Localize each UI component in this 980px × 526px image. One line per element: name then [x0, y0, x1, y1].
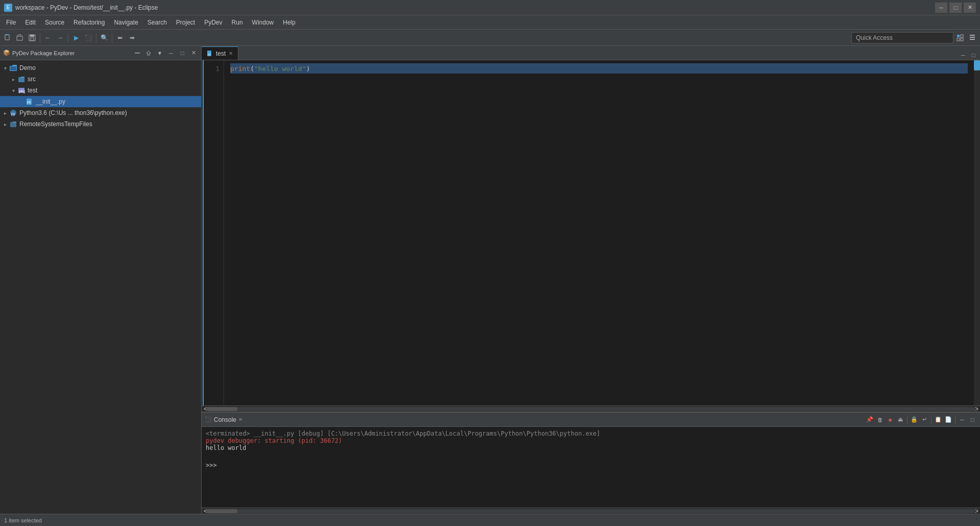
maximize-panel-button[interactable]: □ — [178, 49, 187, 58]
collapse-all-button[interactable] — [133, 49, 142, 58]
toolbar-prev[interactable]: ⬅ — [114, 32, 126, 43]
minimize-panel-button[interactable]: ─ — [166, 49, 176, 58]
scroll-thumb[interactable] — [207, 407, 237, 411]
tree-view: ▾ Demo ▸ src ▾ pkg test — [0, 60, 201, 514]
toolbar-sep-2 — [68, 33, 68, 42]
maximize-button[interactable]: □ — [949, 3, 962, 13]
console-copy-button[interactable]: 📋 — [934, 415, 943, 424]
link-with-editor-button[interactable] — [144, 49, 153, 58]
console-output-line: hello world — [206, 444, 976, 451]
tree-item-init[interactable]: py __init__.py — [0, 96, 201, 107]
arrow-demo: ▾ — [2, 65, 8, 71]
menu-refactoring[interactable]: Refactoring — [69, 17, 109, 28]
console-clear-button[interactable]: 🗑 — [875, 415, 885, 424]
label-init: __init__.py — [36, 98, 65, 105]
code-content[interactable]: print("hello world") — [224, 60, 974, 405]
editor-horizontal-scrollbar[interactable]: < > — [202, 405, 980, 412]
svg-text:pkg: pkg — [19, 89, 25, 93]
close-button[interactable]: ✕ — [964, 3, 976, 13]
console-tab[interactable]: Console ✕ — [214, 416, 242, 423]
toolbar-search[interactable]: 🔍 — [99, 32, 110, 43]
tree-item-python36[interactable]: ▸ py Python3.6 (C:\Us ... thon36\python.… — [0, 107, 201, 118]
console-minimize-button[interactable]: ─ — [958, 415, 967, 424]
svg-rect-4 — [30, 35, 34, 37]
console-content[interactable]: <terminated> __init__.py [debug] [C:\Use… — [202, 427, 980, 508]
console-disconnect-button[interactable]: ⏏ — [896, 415, 905, 424]
console-word-wrap-button[interactable]: ↵ — [920, 415, 929, 424]
console-toolbar: 📌 🗑 ■ ⏏ 🔒 ↵ 📋 📄 ─ □ — [865, 415, 977, 424]
console-close-button[interactable]: ✕ — [238, 417, 242, 422]
toolbar-next[interactable]: ➡ — [127, 32, 138, 43]
arrow-python36: ▸ — [2, 110, 8, 116]
quick-access-input[interactable]: Quick Access — [851, 32, 953, 43]
tree-item-src[interactable]: ▸ src — [0, 74, 201, 85]
icon-src — [17, 75, 26, 83]
status-bar: 1 item selected — [0, 514, 980, 526]
console-scroll-lock-button[interactable]: 🔒 — [910, 415, 919, 424]
svg-text:py: py — [208, 53, 211, 56]
main-layout: 📦 PyDev Package Explorer ▼ ─ □ ✕ ▾ Demo — [0, 46, 980, 514]
console-scroll-right[interactable]: > — [975, 508, 978, 514]
menu-navigate[interactable]: Navigate — [110, 17, 142, 28]
editor-tab-test[interactable]: py test ✕ — [202, 46, 238, 60]
toolbar-sep-1 — [40, 33, 40, 42]
menu-source[interactable]: Source — [41, 17, 68, 28]
tree-item-test[interactable]: ▾ pkg test — [0, 85, 201, 96]
tab-close-button[interactable]: ✕ — [229, 51, 233, 56]
editor-maximize-button[interactable]: □ — [969, 51, 978, 60]
code-open-paren: ( — [250, 65, 254, 73]
code-close-paren: ) — [306, 65, 310, 73]
label-remote: RemoteSystemsTempFiles — [19, 121, 92, 128]
icon-remote — [9, 120, 17, 128]
console-pin-button[interactable]: 📌 — [865, 415, 874, 424]
view-menu-button[interactable]: ▼ — [155, 49, 164, 58]
status-text: 1 item selected — [4, 517, 42, 523]
toolbar-open[interactable] — [14, 32, 26, 43]
scroll-right-arrow[interactable]: > — [975, 405, 978, 412]
toolbar-new[interactable] — [2, 32, 13, 43]
code-editor[interactable]: 1 print("hello world") < — [202, 60, 980, 412]
label-demo: Demo — [19, 64, 36, 71]
close-panel-button[interactable]: ✕ — [189, 49, 198, 58]
scroll-track — [207, 407, 975, 411]
toolbar-perspectives[interactable] — [954, 32, 966, 43]
menu-bar: File Edit Source Refactoring Navigate Se… — [0, 15, 980, 30]
toolbar-sep-4 — [112, 33, 112, 42]
menu-pydev[interactable]: PyDev — [200, 17, 226, 28]
svg-rect-8 — [957, 38, 960, 41]
console-horizontal-scrollbar[interactable]: < > — [202, 508, 980, 514]
toolbar-save[interactable] — [27, 32, 38, 43]
menu-window[interactable]: Window — [248, 17, 278, 28]
menu-search[interactable]: Search — [143, 17, 171, 28]
console-sep — [907, 415, 908, 424]
icon-init: py — [26, 98, 34, 106]
svg-rect-11 — [970, 37, 975, 38]
icon-demo — [9, 64, 17, 72]
console-terminate-button[interactable]: ■ — [886, 415, 895, 424]
menu-file[interactable]: File — [2, 17, 20, 28]
package-explorer-panel: 📦 PyDev Package Explorer ▼ ─ □ ✕ ▾ Demo — [0, 46, 202, 514]
toolbar-run[interactable]: ▶ — [70, 32, 82, 43]
arrow-test: ▾ — [10, 87, 16, 93]
tree-item-remote[interactable]: ▸ RemoteSystemsTempFiles — [0, 118, 201, 130]
toolbar-forward[interactable]: → — [55, 32, 66, 43]
console-scroll-thumb[interactable] — [207, 509, 237, 513]
menu-run[interactable]: Run — [228, 17, 247, 28]
line-numbers: 1 — [204, 60, 224, 405]
menu-project[interactable]: Project — [172, 17, 199, 28]
toolbar-debug[interactable]: ⬛ — [83, 32, 94, 43]
minimize-button[interactable]: ─ — [935, 3, 947, 13]
console-paste-button[interactable]: 📄 — [944, 415, 953, 424]
tab-label: test — [216, 50, 226, 57]
arrow-remote: ▸ — [2, 121, 8, 127]
menu-help[interactable]: Help — [279, 17, 300, 28]
window-controls: ─ □ ✕ — [935, 3, 976, 13]
menu-edit[interactable]: Edit — [21, 17, 40, 28]
tree-item-demo[interactable]: ▾ Demo — [0, 62, 201, 74]
package-explorer-title: PyDev Package Explorer — [12, 50, 131, 56]
editor-minimize-button[interactable]: ─ — [959, 51, 968, 60]
toolbar-view-menu[interactable] — [967, 32, 978, 43]
console-maximize-button[interactable]: □ — [968, 415, 977, 424]
title-bar: E workspace - PyDev - Demo/test/__init__… — [0, 0, 980, 15]
toolbar-back[interactable]: ← — [42, 32, 54, 43]
